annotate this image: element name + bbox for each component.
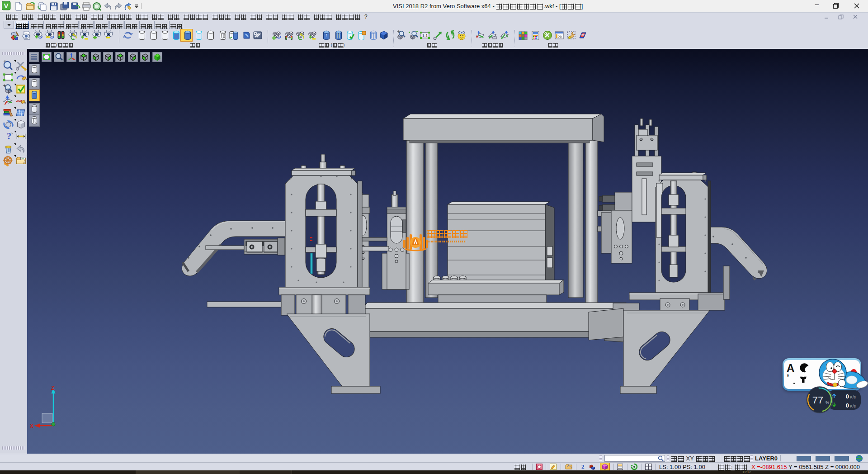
svg-text:0: 0 [846,402,849,408]
svg-text:K/s: K/s [850,404,856,408]
svg-text:%: % [826,400,829,405]
svg-text:X: X [30,423,33,429]
svg-text:Z: Z [51,385,54,391]
svg-text:K/s: K/s [850,395,856,399]
svg-text:?: ? [7,131,11,141]
svg-text:0: 0 [846,393,849,400]
svg-text:1:1: 1:1 [422,33,428,38]
svg-text:77: 77 [812,394,823,406]
svg-text:V: V [4,2,8,9]
